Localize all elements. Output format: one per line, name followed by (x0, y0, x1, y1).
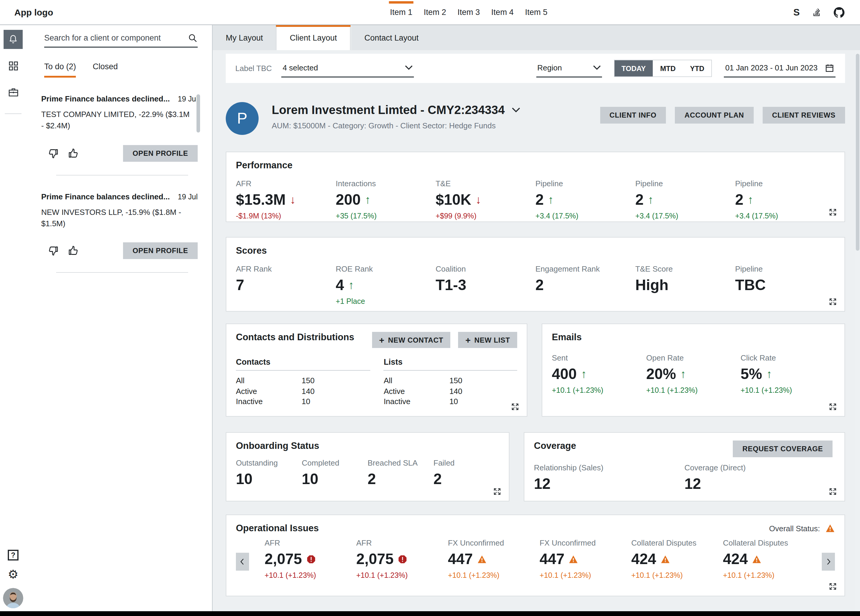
tab-client-layout[interactable]: Client Layout (276, 25, 351, 50)
body-row: ? ⚙ (0, 25, 860, 611)
open-profile-button[interactable]: OPEN PROFILE (123, 145, 198, 161)
todo-card: Prime Finance balances declined... 19 Ju… (26, 175, 212, 273)
search-icon[interactable] (188, 33, 198, 43)
dashboard-rail-button[interactable] (3, 56, 23, 75)
main-scrollbar[interactable] (855, 50, 860, 611)
main-area: My Layout Client Layout Contact Layout L… (213, 25, 860, 611)
error-octagon-icon (398, 554, 407, 564)
main-content: Label TBC 4 selected Region (213, 50, 860, 611)
expand-icon[interactable] (493, 487, 501, 495)
new-list-button[interactable]: + NEW LIST (458, 332, 517, 348)
bottom-black-bar (0, 611, 860, 616)
client-header-buttons: CLIENT INFO ACCOUNT PLAN CLIENT REVIEWS (600, 107, 845, 124)
nav-item-1[interactable]: Item 1 (390, 0, 413, 25)
metric-afr: AFR $15.3M↓ -$1.9M (13%) (236, 179, 336, 220)
metric-afr-rank: AFR Rank 7 (236, 265, 336, 306)
nav-item-3[interactable]: Item 3 (457, 0, 480, 25)
calendar-icon (825, 63, 834, 72)
new-contact-button[interactable]: + NEW CONTACT (372, 332, 450, 348)
user-avatar[interactable] (3, 588, 23, 608)
settings-button[interactable]: ⚙ (8, 568, 19, 580)
workspace-rail-button[interactable] (3, 82, 23, 102)
metric-outstanding: Outstanding 10 (236, 458, 302, 487)
open-profile-button[interactable]: OPEN PROFILE (123, 243, 198, 259)
expand-icon[interactable] (829, 487, 837, 495)
client-info-button[interactable]: CLIENT INFO (600, 107, 666, 124)
help-button[interactable]: ? (8, 550, 19, 561)
lists-table: Lists All150 Active140 Inactive10 (384, 357, 517, 407)
todo-scrollbar[interactable] (196, 94, 200, 133)
thumbs-down-icon[interactable] (47, 147, 59, 159)
toggle-today[interactable]: TODAY (614, 60, 653, 77)
chevron-down-icon (405, 65, 413, 71)
metric-pipeline: Pipeline 2↑ +3.4 (17.5%) (735, 179, 835, 220)
down-arrow-icon: ↓ (290, 193, 296, 206)
request-coverage-button[interactable]: REQUEST COVERAGE (733, 440, 833, 457)
main-scrollbar-thumb[interactable] (856, 54, 859, 251)
client-subtitle: AUM: $15000M - Category: Growth - Client… (272, 121, 520, 130)
avatar-photo-image (3, 588, 23, 608)
scroll-left-button[interactable] (236, 553, 249, 571)
up-arrow-icon: ↑ (348, 279, 354, 292)
metric-fx-unconfirmed: FX Unconfirmed 447 +10.1 (+1.23%) (448, 538, 540, 580)
expand-icon[interactable] (829, 403, 837, 411)
expand-icon[interactable] (829, 208, 837, 216)
table-row: Inactive10 (384, 397, 517, 407)
up-arrow-icon: ↑ (766, 367, 772, 381)
todo-card-title: Prime Finance balances declined... (41, 192, 170, 201)
expand-icon[interactable] (829, 583, 837, 590)
s-logo-icon[interactable]: S (793, 7, 800, 17)
plus-icon: + (379, 335, 384, 345)
nav-item-2[interactable]: Item 2 (424, 0, 446, 25)
thumbs-up-icon[interactable] (67, 245, 79, 257)
warning-triangle-icon (477, 554, 486, 564)
region-select[interactable]: Region (536, 60, 602, 77)
todo-tabs: To do (2) Closed (44, 62, 212, 78)
label-multiselect[interactable]: 4 selected (281, 60, 414, 77)
notifications-rail-button[interactable] (3, 30, 23, 49)
briefcase-icon (8, 86, 19, 97)
card-title: Onboarding Status (236, 440, 499, 451)
feedback-buttons (47, 245, 79, 257)
todo-divider (56, 273, 188, 273)
operational-issues-card: Operational Issues Overall Status: (226, 514, 845, 596)
github-icon[interactable] (834, 7, 844, 17)
tab-contact-layout[interactable]: Contact Layout (351, 25, 432, 50)
todo-panel: To do (2) Closed Prime Finance balances … (26, 25, 213, 611)
client-avatar: P (226, 102, 259, 135)
emails-card: Emails Sent 400↑ +10.1 (+1.23%) Open Rat… (542, 323, 845, 417)
metric-te: T&E $10K↓ +$99 (9.9%) (436, 179, 535, 220)
toggle-ytd[interactable]: YTD (683, 60, 712, 77)
expand-icon[interactable] (511, 403, 519, 411)
gear-icon: ⚙ (8, 567, 19, 581)
expand-icon[interactable] (829, 298, 837, 306)
tab-my-layout[interactable]: My Layout (213, 25, 276, 50)
scroll-right-button[interactable] (822, 553, 835, 571)
thumbs-up-icon[interactable] (67, 147, 79, 159)
search-input[interactable] (44, 33, 183, 42)
metric-breached-sla: Breached SLA 2 (367, 458, 433, 487)
metric-collateral-disputes: Collateral Disputes 424 +10.1 (+1.23%) (723, 538, 814, 580)
client-chevron-down-icon[interactable] (512, 107, 520, 113)
tab-todo[interactable]: To do (2) (44, 62, 76, 78)
left-icon-rail: ? ⚙ (0, 25, 26, 611)
toggle-mtd[interactable]: MTD (653, 60, 683, 77)
chevron-left-icon (238, 558, 246, 566)
rail-divider (5, 113, 22, 114)
overall-status: Overall Status: (769, 524, 835, 533)
up-arrow-icon: ↑ (365, 193, 370, 206)
metric-engagement-rank: Engagement Rank 2 (535, 265, 635, 306)
client-reviews-button[interactable]: CLIENT REVIEWS (763, 107, 845, 124)
todo-card-title: Prime Finance balances declined... (41, 94, 170, 103)
nav-item-4[interactable]: Item 4 (491, 0, 513, 25)
date-range-picker[interactable]: 01 Jan 2023 - 01 Jun 2023 (724, 60, 835, 77)
onboarding-card: Onboarding Status Outstanding 10 Complet… (226, 432, 509, 502)
nav-item-5[interactable]: Item 5 (525, 0, 547, 25)
stackoverflow-icon[interactable] (811, 7, 822, 17)
thumbs-down-icon[interactable] (47, 245, 59, 257)
metric-coverage-direct: Coverage (Direct) 12 (684, 463, 835, 492)
filter-label: Label TBC (235, 64, 272, 73)
table-row: Inactive10 (236, 397, 370, 407)
tab-closed[interactable]: Closed (93, 62, 118, 78)
account-plan-button[interactable]: ACCOUNT PLAN (675, 107, 753, 124)
